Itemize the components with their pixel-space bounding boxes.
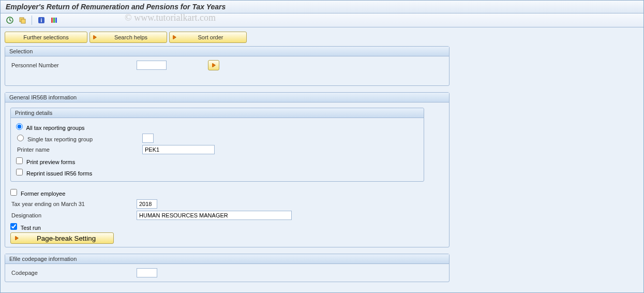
arrow-right-icon [15, 236, 18, 240]
printing-details-group: Printing details All tax reporting group… [10, 108, 424, 182]
arrow-right-icon [212, 63, 215, 67]
test-run-checkbox[interactable]: Test run [10, 223, 41, 231]
designation-label: Designation [10, 212, 133, 218]
info-icon[interactable]: i [36, 15, 47, 25]
radio-label: All tax reporting groups [26, 125, 84, 131]
arrow-right-icon [173, 35, 176, 39]
checkbox-label: Test run [21, 225, 41, 231]
codepage-label: Codepage [10, 270, 133, 276]
svg-rect-2 [21, 19, 25, 23]
svg-rect-5 [51, 18, 53, 23]
svg-rect-6 [53, 18, 55, 23]
checkbox-label: Reprint issued IR56 forms [26, 170, 92, 177]
button-label: Search helps [99, 34, 162, 40]
button-label: Page-break Setting [23, 235, 109, 242]
checkbox-label: Print preview forms [26, 159, 75, 165]
selection-group: Selection Personnel Number [5, 46, 450, 86]
all-tax-groups-radio[interactable]: All tax reporting groups [16, 123, 85, 131]
separator [32, 16, 32, 25]
print-preview-checkbox[interactable]: Print preview forms [16, 157, 75, 165]
multiple-selection-button[interactable] [208, 60, 219, 70]
personnel-number-label: Personnel Number [10, 62, 133, 68]
former-employee-checkbox[interactable]: Former employee [10, 189, 65, 197]
efile-codepage-group: Efile codepage information Codepage [5, 254, 450, 282]
single-tax-group-input[interactable] [142, 134, 154, 143]
general-ir56b-group: General IR56B information Printing detai… [5, 92, 450, 247]
search-helps-button[interactable]: Search helps [89, 32, 167, 43]
toolbar: i © www.tutorialkart.com [1, 13, 643, 27]
group-title: Efile codepage information [5, 254, 449, 264]
printer-name-label: Printer name [16, 146, 139, 153]
further-selections-button[interactable]: Further selections [5, 32, 87, 43]
single-tax-group-radio[interactable]: Single tax reporting group [16, 135, 139, 142]
watermark: © www.tutorialkart.com [125, 12, 216, 23]
page-title: Employer's Return of Remuneration and Pe… [1, 1, 643, 13]
designation-input[interactable] [137, 211, 292, 220]
group-title: Printing details [11, 108, 424, 118]
arrow-right-icon [93, 35, 96, 39]
checkbox-label: Former employee [21, 191, 65, 197]
tax-year-label: Tax year ending on March 31 [10, 201, 133, 207]
group-title: Selection [5, 47, 449, 56]
svg-rect-7 [55, 18, 57, 23]
svg-text:i: i [41, 18, 42, 23]
execute-icon[interactable] [5, 15, 15, 25]
page-break-setting-button[interactable]: Page-break Setting [10, 232, 114, 244]
color-legend-icon[interactable] [49, 15, 59, 25]
radio-label: Single tax reporting group [27, 136, 93, 142]
get-variant-icon[interactable] [17, 15, 27, 25]
tax-year-input[interactable] [137, 199, 157, 209]
personnel-number-input[interactable] [137, 61, 167, 70]
reprint-issued-checkbox[interactable]: Reprint issued IR56 forms [16, 169, 92, 177]
button-label: Sort order [179, 34, 242, 40]
printer-name-input[interactable] [142, 145, 215, 154]
sort-order-button[interactable]: Sort order [169, 32, 247, 43]
button-label: Further selections [23, 34, 68, 40]
group-title: General IR56B information [5, 93, 449, 102]
codepage-input[interactable] [137, 268, 157, 277]
